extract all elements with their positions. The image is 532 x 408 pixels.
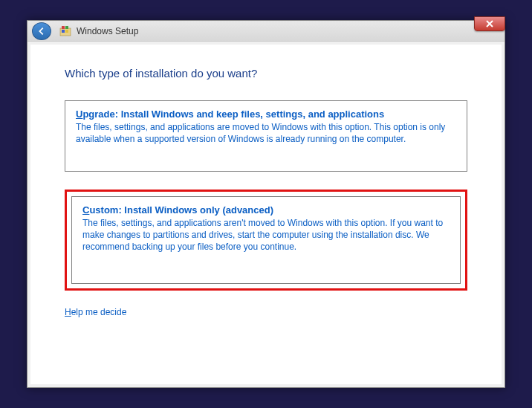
windows-setup-icon: [59, 25, 72, 38]
upgrade-option-description: The files, settings, and applications ar…: [76, 121, 456, 145]
svg-rect-4: [65, 30, 68, 33]
close-icon: [485, 19, 494, 28]
upgrade-option-title: Upgrade: Install Windows and keep files,…: [76, 109, 456, 120]
setup-window: Windows Setup Which type of installation…: [27, 20, 505, 388]
svg-rect-2: [65, 26, 68, 29]
page-heading: Which type of installation do you want?: [65, 67, 467, 80]
window-title: Windows Setup: [77, 26, 138, 36]
svg-rect-1: [62, 26, 65, 29]
close-button[interactable]: [474, 16, 505, 31]
custom-option[interactable]: Custom: Install Windows only (advanced) …: [71, 196, 461, 284]
back-button[interactable]: [32, 22, 51, 40]
upgrade-option[interactable]: Upgrade: Install Windows and keep files,…: [65, 100, 467, 172]
back-arrow-icon: [36, 26, 47, 36]
custom-option-title: Custom: Install Windows only (advanced): [82, 204, 450, 216]
custom-option-description: The files, settings, and applications ar…: [82, 217, 450, 253]
titlebar: Windows Setup: [27, 21, 505, 42]
svg-rect-3: [62, 30, 65, 33]
custom-option-highlight: Custom: Install Windows only (advanced) …: [65, 190, 467, 291]
help-me-decide-link[interactable]: Help me decide: [65, 307, 467, 317]
content-area: Which type of installation do you want? …: [30, 45, 502, 384]
